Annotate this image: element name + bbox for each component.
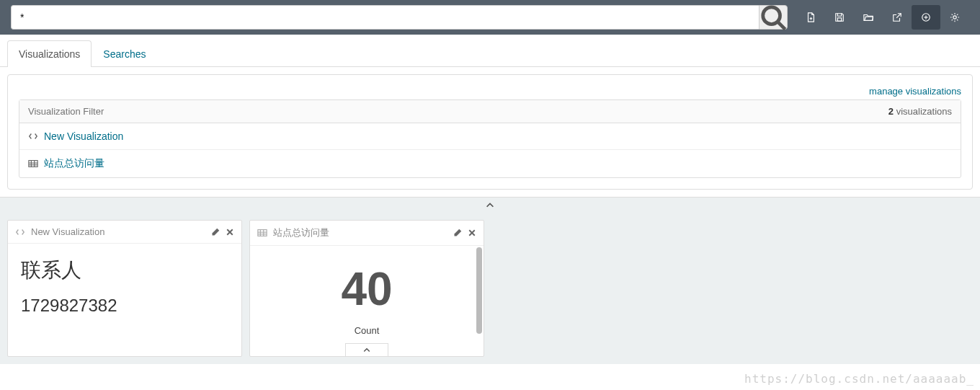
tab-visualizations[interactable]: Visualizations <box>7 40 92 67</box>
collapse-toggle[interactable] <box>0 197 980 213</box>
widget-new-visualization: New Visualization 联系人 1729827382 <box>7 220 242 357</box>
content: Visualizations Searches manage visualiza… <box>0 35 980 190</box>
contact-number: 1729827382 <box>21 296 228 316</box>
search-input[interactable] <box>11 5 759 30</box>
expand-toggle[interactable] <box>345 343 388 356</box>
tab-searches[interactable]: Searches <box>92 40 157 67</box>
search-icon <box>760 4 787 31</box>
settings-button[interactable] <box>940 5 969 30</box>
svg-point-0 <box>763 7 780 25</box>
widget-title: New Visualization <box>31 226 205 237</box>
table-icon <box>257 228 267 238</box>
widget-header: New Visualization <box>8 221 241 244</box>
viz-count: 2 visualizations <box>880 100 961 123</box>
save-icon <box>834 12 845 22</box>
widget-header: 站点总访问量 <box>250 221 484 246</box>
viz-panel: manage visualizations 2 visualizations N… <box>7 74 973 190</box>
widget-site-visits: 站点总访问量 40 Count <box>249 220 484 357</box>
external-link-icon <box>892 12 902 22</box>
list-item[interactable]: 站点总访问量 <box>19 150 961 177</box>
pencil-icon <box>453 229 462 237</box>
save-button[interactable] <box>825 5 854 30</box>
edit-button[interactable] <box>453 229 462 237</box>
svg-line-1 <box>778 22 785 30</box>
viz-item-name: 站点总访问量 <box>44 157 104 170</box>
widget-body: 40 Count <box>250 246 484 356</box>
dashboard: New Visualization 联系人 1729827382 站点总访问量 <box>0 213 980 364</box>
viz-item-name: New Visualization <box>44 130 123 142</box>
chevron-up-icon <box>362 346 371 355</box>
tabs: Visualizations Searches <box>0 35 980 67</box>
folder-open-icon <box>863 12 873 22</box>
close-icon <box>468 229 476 237</box>
svg-point-9 <box>953 16 956 19</box>
toolbar <box>796 5 969 30</box>
scrollbar[interactable] <box>476 247 482 334</box>
code-icon <box>15 227 25 237</box>
chevron-up-icon <box>485 200 495 210</box>
new-doc-button[interactable] <box>796 5 825 30</box>
viz-list: 2 visualizations New Visualization 站点总访问… <box>19 99 961 178</box>
manage-visualizations-link[interactable]: manage visualizations <box>19 86 961 97</box>
contact-heading: 联系人 <box>21 257 228 284</box>
viz-filter-input[interactable] <box>19 100 880 123</box>
svg-rect-4 <box>837 18 841 21</box>
plus-circle-icon <box>921 12 931 22</box>
edit-button[interactable] <box>211 228 220 236</box>
gear-icon <box>950 12 960 22</box>
metric-value: 40 <box>341 266 392 312</box>
share-button[interactable] <box>883 5 912 30</box>
widget-body: 联系人 1729827382 <box>8 244 241 356</box>
remove-button[interactable] <box>468 229 476 237</box>
svg-rect-10 <box>29 161 37 167</box>
table-icon <box>28 159 38 169</box>
code-icon <box>28 131 38 141</box>
widget-title: 站点总访问量 <box>273 226 447 239</box>
remove-button[interactable] <box>226 228 234 236</box>
search-group <box>11 5 788 30</box>
metric-label: Count <box>355 325 380 336</box>
search-button[interactable] <box>759 5 788 30</box>
filter-row: 2 visualizations <box>19 100 961 123</box>
open-button[interactable] <box>854 5 883 30</box>
file-plus-icon <box>806 12 816 22</box>
list-item[interactable]: New Visualization <box>19 123 961 150</box>
pencil-icon <box>211 228 220 236</box>
add-button[interactable] <box>912 5 940 30</box>
svg-line-5 <box>896 14 901 18</box>
top-bar <box>0 0 980 35</box>
svg-rect-17 <box>258 230 267 236</box>
close-icon <box>226 228 234 236</box>
